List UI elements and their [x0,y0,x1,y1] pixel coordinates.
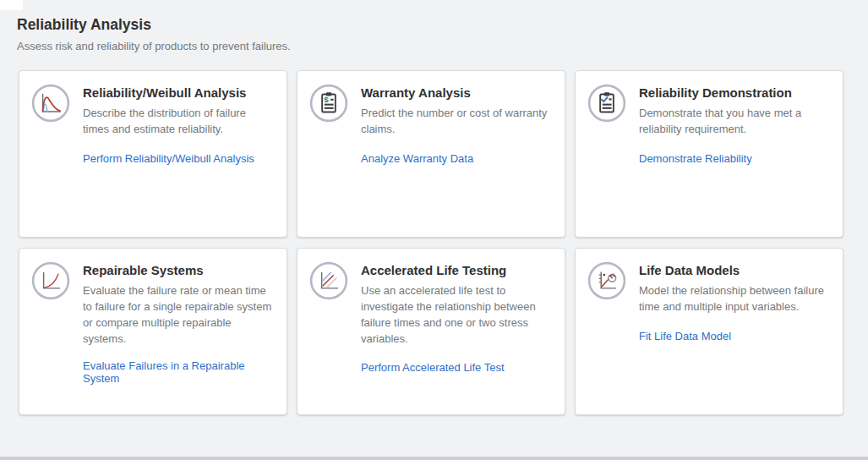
card-description: Describe the distribution of failure tim… [83,106,273,138]
regression-gauge-icon [587,261,626,300]
card-accelerated-life-testing: Accelerated Life Testing Use an accelera… [297,248,565,415]
checklist-clipboard-icon [587,84,626,123]
weibull-distribution-icon [31,84,70,123]
page-subtitle: Assess risk and reliability of products … [17,40,851,52]
card-reliability-demonstration: Reliability Demonstration Demonstrate th… [575,70,843,238]
card-description: Evaluate the failure rate or mean time t… [83,283,273,347]
card-title: Life Data Models [639,263,829,277]
card-description: Predict the number or cost of warranty c… [361,106,551,138]
perform-accelerated-life-test-link[interactable]: Perform Accelerated Life Test [361,361,505,374]
evaluate-failures-repairable-system-link[interactable]: Evaluate Failures in a Repairable System [83,359,273,385]
card-description: Use an accelerated life test to investig… [361,283,551,347]
fit-life-data-model-link[interactable]: Fit Life Data Model [639,330,731,342]
card-title: Reliability/Weibull Analysis [83,85,273,100]
card-description: Demonstrate that you have met a reliabil… [639,106,829,138]
svg-text:$: $ [324,95,329,104]
module-card-grid: Reliability/Weibull Analysis Describe th… [19,70,868,415]
card-repairable-systems: Repairable Systems Evaluate the failure … [19,248,287,415]
failure-growth-curve-icon [31,261,70,300]
warranty-clipboard-icon: $ [309,84,348,123]
demonstrate-reliability-link[interactable]: Demonstrate Reliability [639,152,752,165]
card-title: Reliability Demonstration [639,85,829,100]
perform-reliability-weibull-analysis-link[interactable]: Perform Reliability/Weibull Analysis [83,152,254,165]
stress-lines-plot-icon [309,261,348,300]
card-title: Warranty Analysis [361,85,551,100]
window-bottom-edge [0,457,868,460]
card-life-data-models: Life Data Models Model the relationship … [575,248,843,415]
analyze-warranty-data-link[interactable]: Analyze Warranty Data [361,152,473,165]
page-header: Reliability Analysis Assess risk and rel… [0,0,868,52]
page-title: Reliability Analysis [17,16,851,34]
card-title: Repairable Systems [83,263,273,277]
card-title: Accelerated Life Testing [361,263,551,277]
window-corner-notch [0,0,23,10]
card-description: Model the relationship between failure t… [639,283,829,315]
card-warranty-analysis: $ Warranty Analysis Predict the number o… [297,70,565,238]
card-reliability-weibull-analysis: Reliability/Weibull Analysis Describe th… [19,70,287,238]
